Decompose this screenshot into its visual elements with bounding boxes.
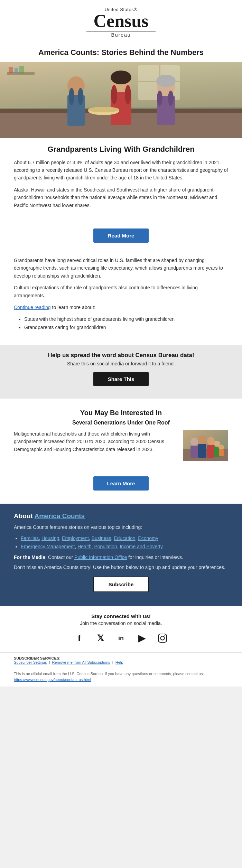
about-body-text: America Counts features stories on vario… [14,523,228,531]
svg-point-42 [161,636,165,640]
interest-text: Multigenerational households and those w… [14,430,176,453]
about-title-text: About [14,512,34,520]
subscriber-label: SUBSCRIBER SERVICES: [14,656,228,660]
page-title: America Counts: Stories Behind the Numbe… [0,41,242,62]
svg-point-39 [218,445,224,450]
about-link-employment[interactable]: Employment [62,535,89,541]
continue-reading-link[interactable]: Continue reading [14,305,51,310]
share-subtitle: Share this on social media or forward it… [14,361,228,366]
about-media-text: For the Media: Contact our Public Inform… [14,554,228,560]
svg-point-18 [156,75,176,87]
svg-point-15 [111,85,117,104]
interest-image [183,430,228,461]
youtube-icon[interactable]: ▶ [134,631,149,645]
interest-heading: You May Be Interested In [14,409,228,417]
article-paragraph-2: Alaska, Hawaii and states in the Southea… [14,186,228,209]
subscriber-links: Subscriber Settings | Remove me from All… [14,660,228,664]
read-more-button[interactable]: Read More [93,228,149,243]
about-link-income[interactable]: Income and Poverty [120,544,163,549]
interest-subheading: Several Generations Under One Roof [14,420,228,426]
about-link-housing[interactable]: Housing [41,535,59,541]
about-list-row-2: Emergency Management, Health, Population… [21,543,228,551]
official-notice: This is an official email from the U.S. … [0,668,242,687]
about-section: About America Counts America Counts feat… [0,504,242,606]
article-paragraph-3: Grandparents have long served critical r… [14,256,228,280]
svg-point-23 [88,107,119,112]
about-link-health[interactable]: Health [77,544,91,549]
about-america-counts-link[interactable]: America Counts [34,512,85,520]
bullet-item-1: States with the highest share of grandpa… [24,315,228,324]
header: United States® Census Bureau [0,0,242,41]
share-section: Help us spread the word about Census Bur… [0,345,242,399]
help-link[interactable]: Help [115,660,123,664]
svg-point-43 [164,635,165,636]
svg-point-10 [69,88,74,105]
logo-bureau-text: Bureau [86,32,156,38]
about-links-list: Families, Housing, Employment, Business,… [21,534,228,551]
interest-section: You May Be Interested In Several Generat… [0,402,242,468]
public-info-link[interactable]: Public Information Office [74,554,127,560]
learn-more-button[interactable]: Learn More [93,476,149,491]
about-media-suffix: for inquiries or interviews. [127,554,183,560]
subscribe-button[interactable]: Subscribe [93,577,149,592]
about-link-education[interactable]: Education [114,535,135,541]
svg-rect-27 [19,66,24,74]
about-link-emergency[interactable]: Emergency Management [21,544,75,549]
article-paragraph-4: Cultural expectations of the role of gra… [14,284,228,299]
official-text: This is an official email from the U.S. … [14,671,228,682]
svg-point-11 [78,88,83,105]
subscribe-container: Subscribe [14,577,228,592]
interest-image-inner [183,430,228,461]
read-more-container: Read More [0,220,242,253]
about-list-row-1: Families, Housing, Employment, Business,… [21,534,228,543]
logo-census-text: Census [86,12,156,30]
twitter-icon[interactable]: 𝕏 [93,631,108,645]
svg-rect-41 [158,634,167,642]
social-icons-row: f 𝕏 in ▶ [14,631,228,645]
logo-container: United States® Census Bureau [86,7,156,38]
social-title: Stay connected with us! [14,613,228,619]
contact-link[interactable]: https://www.census.gov/about/contact-us.… [14,678,91,682]
article-section-2: Grandparents have long served critical r… [0,253,242,342]
subscriber-settings-link[interactable]: Subscriber Settings [14,660,47,664]
footer-social: Stay connected with us! Join the convers… [0,606,242,652]
remove-subscriptions-link[interactable]: Remove me from All Subscriptions [52,660,110,664]
svg-rect-40 [219,449,224,456]
instagram-icon[interactable] [155,631,170,645]
article-title: Grandparents Living With Grandchildren [14,145,228,154]
hero-scene [0,62,242,138]
for-the-media-label: For the Media [14,554,45,560]
linkedin-icon[interactable]: in [114,631,128,645]
svg-point-13 [111,71,131,84]
svg-point-31 [198,435,206,444]
about-title: About America Counts [14,512,228,520]
subscriber-services: SUBSCRIBER SERVICES: Subscriber Settings… [0,652,242,668]
svg-point-16 [125,85,131,104]
logo-divider [86,31,156,31]
about-link-families[interactable]: Families [21,535,39,541]
interest-content-row: Multigenerational households and those w… [14,430,228,461]
svg-point-20 [157,91,162,106]
hero-image [0,62,242,138]
article-continue: Continue reading to learn more about: [14,304,228,311]
bullet-item-2: Grandparents caring for grandchildren [24,324,228,332]
continue-suffix: to learn more about: [51,305,95,310]
email-wrapper: United States® Census Bureau America Cou… [0,0,242,687]
learn-more-container: Learn More [0,468,242,504]
svg-rect-26 [15,68,18,73]
facebook-icon[interactable]: f [72,631,87,645]
social-subtitle: Join the conversation on social media. [14,620,228,626]
svg-rect-25 [9,67,13,73]
about-signup-text: Don't miss an America Counts story! Use … [14,563,228,571]
about-media-body: : Contact our [45,554,74,560]
svg-point-21 [168,91,174,106]
svg-point-33 [207,437,215,445]
svg-rect-38 [190,446,198,458]
about-link-economy[interactable]: Economy [138,535,158,541]
share-this-button[interactable]: Share This [93,372,149,386]
article-section: Grandparents Living With Grandchildren A… [0,138,242,220]
about-link-population[interactable]: Population [94,544,117,549]
svg-rect-32 [198,444,206,458]
article-paragraph-1: About 6.7 million people or 3.3% of adul… [14,159,228,182]
about-link-business[interactable]: Business [92,535,111,541]
